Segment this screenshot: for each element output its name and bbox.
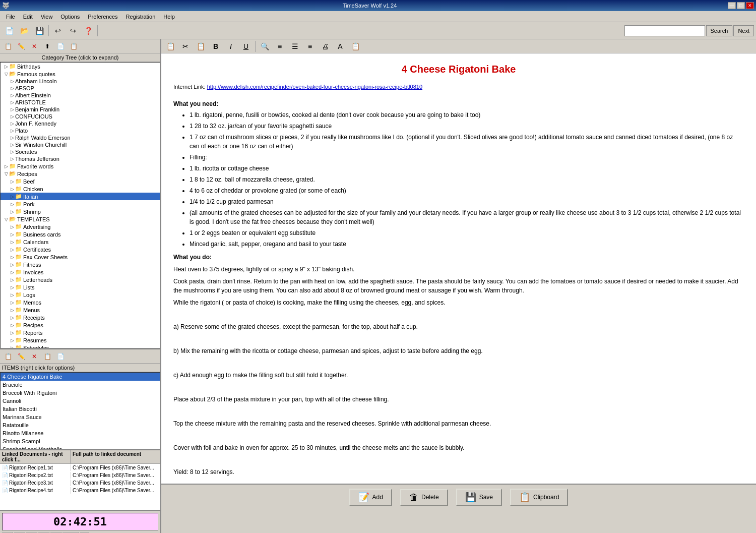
tree-item-jfk[interactable]: ▷ John F. Kennedy	[1, 120, 160, 127]
list-item[interactable]: Ratatouille	[1, 421, 160, 429]
list-item[interactable]: Spaghetti and Meatballs	[1, 445, 160, 449]
ct-italic[interactable]: I	[224, 40, 238, 53]
minimize-button[interactable]: —	[728, 2, 736, 9]
ct-underline[interactable]: U	[239, 40, 253, 53]
toolbar-open[interactable]: 📂	[17, 24, 31, 37]
cat-delete[interactable]: ✕	[28, 41, 40, 52]
ct-paste[interactable]: 📋	[194, 40, 208, 53]
tree-item-aesop[interactable]: ▷ AESOP	[1, 85, 160, 92]
tree-item-letterheads[interactable]: ▷ 📁 Letterheads	[1, 276, 160, 283]
menu-edit[interactable]: Edit	[19, 13, 37, 21]
toolbar-save-toolbar[interactable]: 💾	[32, 24, 46, 37]
toolbar-undo[interactable]: ↩	[51, 24, 65, 37]
cat-copy[interactable]: 📄	[54, 41, 67, 52]
linked-doc-row[interactable]: 📄RigatoniRecipe3.txt C:\Program Files (x…	[0, 479, 160, 487]
tree-item-famous-quotes[interactable]: ▽ 📂 Famous quotes	[1, 70, 160, 78]
linked-doc-row[interactable]: 📄RigatoniRecipe1.txt C:\Program Files (x…	[0, 464, 160, 471]
maximize-button[interactable]: □	[737, 2, 745, 9]
toolbar-help-toolbar[interactable]: ❓	[81, 24, 95, 37]
tree-item-reports[interactable]: ▷ 📁 Reports	[1, 329, 160, 336]
ct-copy[interactable]: 📋	[163, 40, 177, 53]
ct-font[interactable]: A	[333, 40, 347, 53]
ct-cut[interactable]: ✂	[178, 40, 193, 53]
menu-help[interactable]: Help	[159, 13, 179, 21]
tree-item-shrimp[interactable]: ▷ 📁 Shrimp	[1, 208, 160, 215]
ct-search[interactable]: 🔍	[258, 40, 272, 53]
tree-item-certificates[interactable]: ▷ 📁 Certificates	[1, 246, 160, 253]
ct-align-right[interactable]: ≡	[303, 40, 317, 53]
tree-item-calendars[interactable]: ▷ 📁 Calendars	[1, 238, 160, 246]
ct-align-center[interactable]: ☰	[288, 40, 302, 53]
tree-item-recipes[interactable]: ▽ 📂 Recipes	[1, 170, 160, 177]
list-item[interactable]: Risotto Milanese	[1, 429, 160, 437]
tree-item-favorite-words[interactable]: ▷ 📁 Favorite words	[1, 162, 160, 170]
list-item[interactable]: Marinara Sauce	[1, 413, 160, 421]
items-move[interactable]: 📋	[41, 351, 53, 362]
toolbar-redo[interactable]: ↪	[66, 24, 80, 37]
add-button[interactable]: 📝 Add	[349, 489, 392, 506]
tree-item-business-cards[interactable]: ▷ 📁 Business cards	[1, 230, 160, 238]
tree-item-logs[interactable]: ▷ 📁 Logs	[1, 291, 160, 299]
tree-item-chicken[interactable]: ▷ 📁 Chicken	[1, 185, 160, 193]
tree-item-aristotle[interactable]: ▷ ARISTOTLE	[1, 99, 160, 106]
list-item[interactable]: 4 Cheese Rigatoni Bake	[1, 373, 160, 381]
cat-paste[interactable]: 📋	[68, 41, 80, 52]
ct-print[interactable]: 🖨	[318, 40, 332, 53]
tree-item-advertising[interactable]: ▷ 📁 Advertising	[1, 223, 160, 230]
items-edit[interactable]: ✏️	[15, 351, 27, 362]
tree-item-beef[interactable]: ▷ 📁 Beef	[1, 177, 160, 185]
items-copy[interactable]: 📄	[54, 351, 67, 362]
tree-item-lists[interactable]: ▷ 📁 Lists	[1, 283, 160, 291]
list-item[interactable]: Broccoli With Rigatoni	[1, 389, 160, 397]
tree-item-templates[interactable]: ▽ 📂 TEMPLATES	[1, 215, 160, 223]
search-input[interactable]	[624, 25, 705, 36]
close-button[interactable]: ✕	[746, 2, 754, 9]
ct-misc[interactable]: 📋	[348, 40, 362, 53]
tree-item-receipts[interactable]: ▷ 📁 Receipts	[1, 314, 160, 321]
tree-item-thomas-jefferson[interactable]: ▷ Thomas Jefferson	[1, 155, 160, 162]
menu-view[interactable]: View	[37, 13, 57, 21]
tree-item-fax-cover[interactable]: ▷ 📁 Fax Cover Sheets	[1, 253, 160, 261]
menu-preferences[interactable]: Preferences	[84, 13, 121, 21]
tree-item-socrates[interactable]: ▷ Socrates	[1, 148, 160, 155]
tree-item-winston-churchill[interactable]: ▷ Sir Winston Churchill	[1, 141, 160, 148]
cat-move[interactable]: ⬆	[41, 41, 53, 52]
content-url[interactable]: http://www.delish.com/recipefinder/oven-…	[207, 84, 422, 90]
items-list[interactable]: 4 Cheese Rigatoni Bake Braciole Broccoli…	[0, 372, 160, 449]
tree-item-birthdays[interactable]: ▷ 📁 Birthdays	[1, 63, 160, 70]
items-delete[interactable]: ✕	[28, 351, 40, 362]
clipboard-button[interactable]: 📋 Clipboard	[510, 489, 568, 506]
linked-docs-list[interactable]: 📄RigatoniRecipe1.txt C:\Program Files (x…	[0, 464, 160, 510]
linked-doc-row[interactable]: 📄RigatoniRecipe2.txt C:\Program Files (x…	[0, 471, 160, 479]
tree-item-menus[interactable]: ▷ 📁 Menus	[1, 306, 160, 314]
tree-item-italian[interactable]: ▷ 📁 Italian	[1, 193, 160, 200]
tree-item-ralph-emerson[interactable]: ▷ Ralph Waldo Emerson	[1, 134, 160, 141]
cat-edit[interactable]: ✏️	[15, 41, 27, 52]
delete-button[interactable]: 🗑 Delete	[400, 489, 448, 506]
tree-item-abraham-lincoln[interactable]: ▷ Abraham Lincoln	[1, 78, 160, 85]
list-item[interactable]: Braciole	[1, 381, 160, 389]
ct-align-left[interactable]: ≡	[273, 40, 287, 53]
tree-item-benjamin-franklin[interactable]: ▷ Benjamin Franklin	[1, 106, 160, 113]
tree-item-schedules[interactable]: ▷ 📁 Schedules	[1, 344, 160, 348]
linked-doc-row[interactable]: 📄RigatoniRecipe4.txt C:\Program Files (x…	[0, 487, 160, 494]
items-add[interactable]: 📋	[2, 351, 14, 362]
category-tree[interactable]: ▷ 📁 Birthdays ▽ 📂 Famous quotes ▷ Abraha…	[0, 62, 160, 348]
ct-bold[interactable]: B	[209, 40, 223, 53]
menu-file[interactable]: File	[2, 13, 19, 21]
content-area[interactable]: 4 Cheese Rigatoni Bake Internet Link: ht…	[161, 53, 756, 484]
tree-item-confucious[interactable]: ▷ CONFUCIOUS	[1, 113, 160, 120]
menu-registration[interactable]: Registration	[122, 13, 160, 21]
tree-item-invoices[interactable]: ▷ 📁 Invoices	[1, 268, 160, 276]
tree-item-pork[interactable]: ▷ 📁 Pork	[1, 200, 160, 208]
next-button[interactable]: Next	[733, 25, 754, 36]
tree-item-resumes[interactable]: ▷ 📁 Resumes	[1, 336, 160, 344]
list-item[interactable]: Shrimp Scampi	[1, 437, 160, 445]
menu-options[interactable]: Options	[56, 13, 84, 21]
search-button[interactable]: Search	[706, 25, 733, 36]
tree-item-fitness[interactable]: ▷ 📁 Fitness	[1, 261, 160, 268]
cat-add[interactable]: 📋	[2, 41, 14, 52]
toolbar-new[interactable]: 📄	[2, 24, 16, 37]
list-item[interactable]: Italian Biscotti	[1, 405, 160, 413]
list-item[interactable]: Cannoli	[1, 397, 160, 405]
